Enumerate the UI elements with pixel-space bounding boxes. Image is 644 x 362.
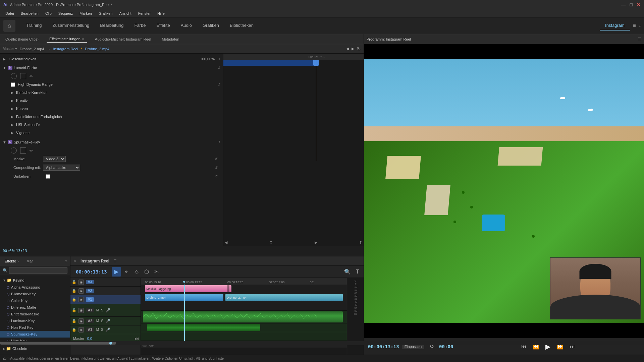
menu-ansicht[interactable]: Ansicht [117, 11, 134, 16]
effects-tab[interactable]: Effekte ✕ [3, 258, 22, 264]
a1-waveform[interactable] [143, 311, 343, 322]
track-m-a1[interactable]: M [96, 308, 99, 312]
ws-menu-icon[interactable]: ☰ [633, 23, 636, 28]
clip-drohne-v2b[interactable]: Drohne_2.mp4 [225, 294, 343, 301]
square-mask-btn[interactable] [20, 73, 26, 79]
tab-metadaten[interactable]: Metadaten [159, 36, 182, 43]
menu-datei[interactable]: Datei [3, 11, 17, 16]
select-tool[interactable]: ▶ [112, 267, 121, 277]
kurven-expand[interactable]: ▶ [11, 107, 15, 111]
ws-tab-instagram[interactable]: Instagram [600, 21, 630, 31]
track-lock-v3[interactable]: 🔒 [72, 280, 76, 284]
effects-search-input[interactable] [9, 267, 67, 274]
home-button[interactable]: ⌂ [3, 20, 15, 32]
track-m-a2[interactable]: M [96, 319, 99, 323]
mar-tab[interactable]: Mar [24, 258, 35, 264]
close-button[interactable]: ✕ [637, 2, 641, 7]
menu-grafiken[interactable]: Grafiken [96, 11, 115, 16]
circle-mask-btn[interactable] [11, 73, 17, 79]
einfache-expand[interactable]: ▶ [11, 90, 15, 95]
text-tool[interactable]: T [353, 267, 362, 277]
track-label-a3[interactable]: A3 [86, 327, 94, 332]
timeline-close-icon[interactable]: ✕ [73, 259, 76, 263]
ws-tab-grafiken[interactable]: Grafiken [197, 17, 224, 34]
obsolete-group-header[interactable]: ▶ 📁 Obsolete [0, 345, 70, 352]
snap-tool[interactable]: ⌖ [122, 267, 131, 277]
add-marker-tool[interactable]: ◇ [132, 267, 141, 277]
track-lock-v1[interactable]: 🔒 [72, 297, 76, 302]
hdr-checkbox[interactable] [11, 82, 15, 87]
menu-fenster[interactable]: Fenster [136, 11, 153, 16]
timeline-menu-icon[interactable]: ☰ [113, 259, 117, 263]
track-lock-a1[interactable]: 🔒 [72, 308, 76, 312]
perspektive-group-header[interactable]: ▶ 📁 Perspektive [0, 353, 70, 355]
track-eye-v1[interactable]: ◉ [78, 297, 84, 302]
track-lock-a3[interactable]: 🔒 [72, 327, 76, 332]
keying-group-header[interactable]: ▼ 📁 Keying [0, 277, 70, 284]
track-eye-v2[interactable]: ◉ [78, 288, 84, 294]
ec-scroll-left[interactable]: ◀ [225, 240, 227, 245]
track-eye-a1[interactable]: ◉ [78, 308, 84, 313]
master-go-to-end[interactable]: ⏭ [135, 336, 139, 341]
track-label-a2[interactable]: A2 [86, 319, 94, 323]
maske-reset[interactable]: ↺ [215, 157, 218, 161]
compositing-dropdown[interactable]: Alphamaske Luminanzmaske [43, 165, 80, 171]
track-m-a3[interactable]: M [96, 328, 99, 331]
umkehren-reset[interactable]: ↺ [215, 174, 218, 179]
alpha-anpassung-item[interactable]: ⬡ Alpha-Anpassung [0, 284, 70, 291]
ws-expand-icon[interactable]: » [639, 24, 641, 28]
kreativ-expand[interactable]: ▶ [11, 99, 15, 103]
lumetri-expand[interactable]: ▼ [3, 66, 7, 70]
next-frame-icon[interactable]: ▶ [352, 47, 354, 51]
spurmaske-reset[interactable]: ↺ [217, 140, 220, 144]
vignette-expand[interactable]: ▶ [11, 131, 15, 135]
spurmaske-circle-btn[interactable] [11, 147, 17, 154]
non-red-key-item[interactable]: ⬡ Non-Red-Key [0, 324, 70, 331]
track-label-v1[interactable]: V1 [86, 297, 94, 302]
menu-marken[interactable]: Marken [77, 11, 95, 16]
hdr-reset[interactable]: ↺ [217, 82, 220, 87]
clip-mexiko-flagge[interactable]: Mexiko Flagge.jpg [145, 285, 231, 292]
razor-tool[interactable]: ✂ [152, 267, 161, 277]
track-mic-a3[interactable]: 🎤 [105, 327, 110, 332]
ws-tab-effekte[interactable]: Effekte [151, 17, 175, 34]
tab-audioclip-mischer[interactable]: Audioclip-Mischer: Instagram Reel [92, 36, 154, 43]
track-s-a3[interactable]: S [101, 328, 103, 331]
umkehren-checkbox[interactable] [46, 174, 50, 179]
entfernen-maske-item[interactable]: ⬡ Entfernen-Maske [0, 311, 70, 317]
luminanz-key-item[interactable]: ⬡ Luminanz-Key [0, 317, 70, 324]
track-eye-v3[interactable]: ◉ [78, 280, 84, 285]
zoom-in-tool[interactable]: 🔍 [343, 267, 352, 277]
track-mic-a1[interactable]: 🎤 [105, 308, 110, 313]
track-lock-a2[interactable]: 🔒 [72, 319, 76, 323]
track-s-a1[interactable]: S [101, 308, 103, 312]
loop-icon[interactable]: ↻ [357, 46, 361, 52]
spurmaske-square-btn[interactable] [20, 147, 26, 154]
track-mic-a2[interactable]: 🎤 [105, 319, 110, 323]
ec-play-button[interactable]: ▶ [315, 240, 317, 245]
ec-export-icon[interactable]: ⬆ [359, 240, 362, 245]
menu-clip[interactable]: Clip [43, 11, 54, 16]
ws-tab-audio[interactable]: Audio [175, 17, 197, 34]
bildmaske-key-item[interactable]: ⬡ Bildmaske-Key [0, 291, 70, 297]
maske-dropdown[interactable]: Video 3 Video 2 Video 1 [43, 156, 66, 162]
track-lock-v2[interactable]: 🔒 [72, 289, 76, 293]
menu-sequenz[interactable]: Sequenz [56, 11, 75, 16]
compositing-reset[interactable]: ↺ [215, 166, 218, 170]
program-panel-menu[interactable]: ☰ [638, 37, 641, 41]
a2-clip[interactable] [147, 324, 260, 331]
ripple-delete-tool[interactable]: ⬡ [142, 267, 151, 277]
tab-source[interactable]: Quelle: (keine Clips) [3, 36, 41, 43]
lumetri-reset[interactable]: ↺ [217, 66, 220, 70]
clip-drohne-v2a[interactable]: Drohne_2.mp4 [145, 294, 223, 301]
menu-bearbeiten[interactable]: Bearbeiten [18, 11, 41, 16]
minimize-button[interactable]: — [621, 2, 626, 7]
ws-tab-training[interactable]: Training [21, 17, 47, 34]
track-eye-a3[interactable]: ◉ [78, 327, 84, 333]
color-key-item[interactable]: ⬡ Color-Key [0, 297, 70, 304]
speed-expand[interactable]: ▶ [3, 57, 7, 61]
farbraeder-expand[interactable]: ▶ [11, 115, 15, 119]
tab-effect-settings[interactable]: Effekteinstellungen ✕ [47, 36, 87, 43]
ws-tab-zusammenstellung[interactable]: Zusammenstellung [47, 17, 95, 34]
spurmaske-pen-btn[interactable]: ✏ [30, 148, 33, 153]
